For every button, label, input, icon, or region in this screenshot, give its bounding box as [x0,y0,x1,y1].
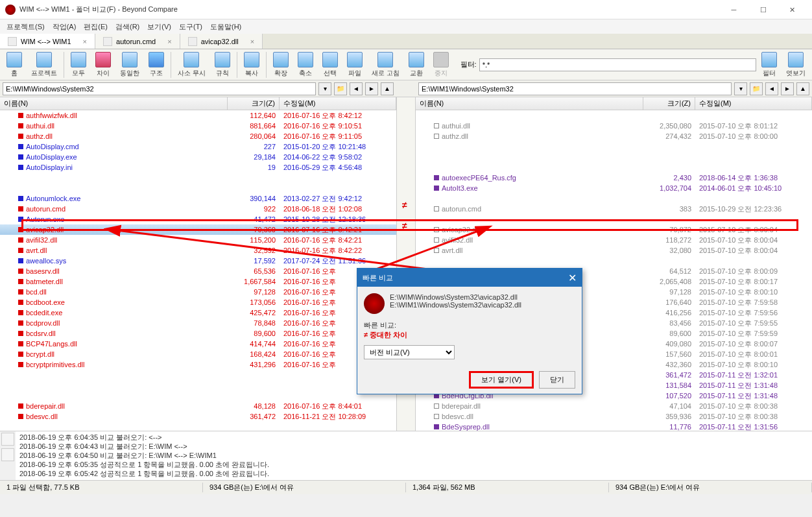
file-row[interactable]: AutoDisplay.exe29,1842014-06-22 오후 9:58:… [0,152,396,162]
session-tab[interactable]: autorun.cmd× [95,34,180,49]
left-path-input[interactable] [3,82,316,95]
left-back-button[interactable]: ◄ [350,82,363,95]
close-button[interactable]: ✕ [778,0,807,19]
log-save-button[interactable] [1,448,14,461]
right-back-button[interactable]: ◄ [765,82,778,95]
dialog-close-button[interactable]: 닫기 [539,371,575,389]
menu-project[interactable]: 프로젝트(S) [3,21,49,33]
all-button[interactable]: 모두 [67,51,90,79]
file-row[interactable] [0,370,396,380]
file-row[interactable]: authz.dll274,4322015-07-10 오후 8:00:00 [416,131,812,141]
file-row[interactable]: bderepair.dll48,1282016-07-16 오후 8:44:01 [0,401,396,411]
file-row[interactable]: AutoDisplay.cmd2272015-01-20 오후 10:21:48 [0,141,396,152]
file-row[interactable]: authz.dll280,0642016-07-16 오후 9:11:05 [0,131,396,141]
minor-button[interactable]: 사소 무시 [174,51,209,79]
dialog-open-view-button[interactable]: 보기 열기(V) [469,371,534,389]
file-row[interactable]: authui.dll881,6642016-07-16 오후 9:10:51 [0,121,396,131]
rules-button[interactable]: 규칙 [211,51,234,79]
file-row[interactable]: bcd.dll97,1282016-07-16 오후 [0,287,396,297]
expand-button[interactable]: 확장 [269,51,293,79]
select-button[interactable]: 선택 [318,51,342,79]
stop-button[interactable]: 중지 [429,51,453,79]
col-size[interactable]: 크기(Z) [643,97,695,110]
dialog-close-icon[interactable]: ✕ [568,272,577,284]
session-tab[interactable]: WIM <--> WIM1× [0,34,95,49]
session-tab[interactable]: avicap32.dll× [180,34,263,49]
diff-button[interactable]: 차이 [91,51,115,79]
file-row[interactable]: bcdsrv.dll89,6002016-07-16 오후 [0,328,396,339]
menu-work[interactable]: 작업(A) [49,21,80,33]
menu-help[interactable]: 도움말(H) [206,21,245,33]
filter-button[interactable]: 필터 [758,51,781,79]
file-row[interactable]: authui.dll2,350,0802015-07-10 오후 8:01:12 [416,121,812,131]
collapse-button[interactable]: 축소 [294,51,317,79]
file-row[interactable]: avicap32.dll79,3602016-07-16 오후 8:42:21 [0,224,396,235]
file-row[interactable]: Autonumlock.exe390,1442013-02-27 오전 9:42… [0,193,396,204]
file-row[interactable]: bcrypt.dll168,4242016-07-16 오후 [0,349,396,359]
files-button[interactable]: 파일 [343,51,366,79]
minimize-button[interactable]: ─ [719,0,748,19]
peek-button[interactable]: 엿보기 [782,51,809,79]
col-date[interactable]: 수정일(M) [280,97,396,110]
log-lines[interactable]: 2018-06-19 오후 6:04:35 비교 불러오기: <-->2018-… [16,431,812,480]
maximize-button[interactable]: ☐ [748,0,778,19]
menu-tools[interactable]: 도구(T) [175,21,206,33]
col-name[interactable]: 이름(N) [0,97,228,110]
menu-search[interactable]: 검색(R) [112,21,143,33]
file-row[interactable]: bcdedit.exe425,4722016-07-16 오후 [0,307,396,318]
file-row[interactable]: bderepair.dll47,1042015-07-10 오후 8:00:38 [416,401,812,411]
left-file-list[interactable]: authfwwizfwk.dll112,6402016-07-16 오후 8:4… [0,110,396,431]
left-up-button[interactable]: ▲ [381,82,394,95]
right-dropdown-icon[interactable]: ▾ [734,82,747,95]
file-row[interactable]: avifil32.dll115,2002016-07-16 오후 8:42:21 [0,235,396,245]
same-button[interactable]: 동일한 [116,51,143,79]
file-row[interactable]: avrt.dll32,0802015-07-10 오후 8:00:04 [416,245,812,256]
swap-button[interactable]: 교환 [405,51,428,79]
file-row[interactable]: avrt.dll32,5922016-07-16 오후 8:42:22 [0,245,396,256]
file-row[interactable]: batmeter.dll1,667,5842016-07-16 오후 [0,276,396,287]
file-row[interactable] [416,256,812,266]
right-up-button[interactable]: ▲ [796,82,809,95]
left-fwd-button[interactable]: ► [365,82,378,95]
right-browse-button[interactable]: 📁 [750,82,763,95]
file-row[interactable]: avicap32.dll79,8722015-07-10 오후 8:00:04 [416,224,812,235]
file-row[interactable] [416,162,812,173]
refresh-button[interactable]: 새로 고침 [368,51,403,79]
copy-button[interactable]: 복사 [240,51,263,79]
file-row[interactable]: BCP47Langs.dll414,7442016-07-16 오후 [0,339,396,349]
file-row[interactable] [416,152,812,162]
projects-button[interactable]: 프로젝트 [27,51,61,79]
file-row[interactable]: autorun.cmd3832015-10-29 오전 12:23:36 [416,204,812,214]
file-row[interactable] [0,173,396,183]
tab-close-icon[interactable]: × [250,38,254,45]
right-fwd-button[interactable]: ► [781,82,794,95]
left-browse-button[interactable]: 📁 [334,82,347,95]
dialog-titlebar[interactable]: 빠른 비교 ✕ [357,269,582,287]
file-row[interactable]: authfwwizfwk.dll112,6402016-07-16 오후 8:4… [0,110,396,121]
file-row[interactable]: autorun.cmd9222018-06-18 오전 1:02:08 [0,204,396,214]
right-path-input[interactable] [418,82,732,95]
dialog-view-combo[interactable]: 버전 비교(V) [364,345,455,359]
col-size[interactable]: 크기(Z) [228,97,280,110]
tab-close-icon[interactable]: × [83,38,87,45]
home-button[interactable]: 홈 [3,51,26,79]
file-row[interactable]: bcryptprimitives.dll431,2962016-07-16 오후 [0,359,396,370]
file-row[interactable]: bdesvc.dll361,4722016-11-21 오전 10:28:09 [0,411,396,422]
log-copy-button[interactable] [1,433,14,446]
file-row[interactable]: bcdprov.dll78,8482016-07-16 오후 [0,318,396,328]
filter-input[interactable] [479,58,756,71]
structure-button[interactable]: 구조 [145,51,168,79]
file-row[interactable]: BdeSysprep.dll11,7762015-07-11 오전 1:31:5… [416,422,812,431]
file-row[interactable]: AutoDisplay.ini192016-05-29 오후 4:56:48 [0,162,396,173]
file-row[interactable]: AutoIt3.exe1,032,7042014-06-01 오후 10:45:… [416,183,812,193]
tab-close-icon[interactable]: × [167,38,171,45]
file-row[interactable]: Autorun.exe41,4722015-10-28 오전 12:18:36 [0,214,396,224]
left-dropdown-icon[interactable]: ▾ [318,82,331,95]
file-row[interactable]: basesrv.dll65,5362016-07-16 오후 [0,266,396,276]
file-row[interactable]: bdesvc.dll359,9362015-07-10 오후 8:00:38 [416,411,812,422]
file-row[interactable]: bcdboot.exe173,0562016-07-16 오후 [0,297,396,307]
file-row[interactable] [416,110,812,121]
file-row[interactable]: avifil32.dll118,2722015-07-10 오후 8:00:04 [416,235,812,245]
menu-edit[interactable]: 편집(E) [80,21,112,33]
file-row[interactable] [0,183,396,193]
